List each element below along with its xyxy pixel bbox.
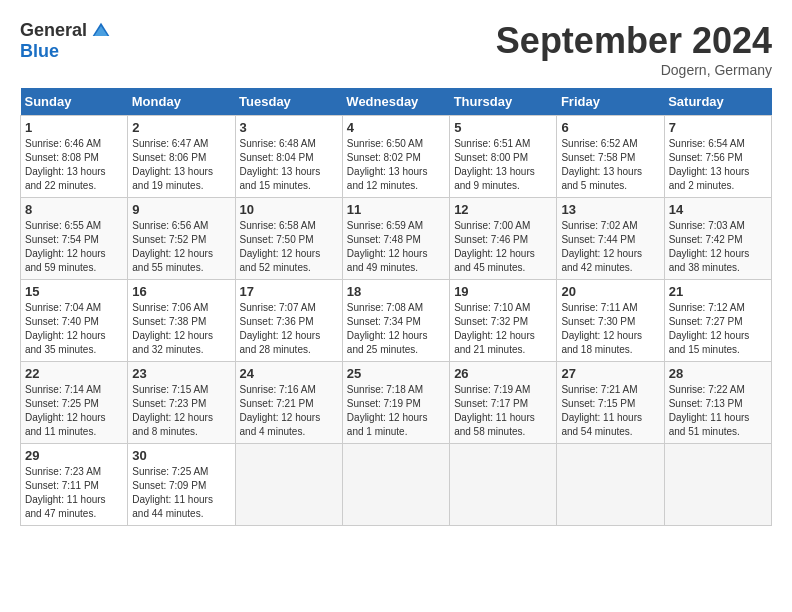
day-info: Sunrise: 7:12 AM Sunset: 7:27 PM Dayligh… xyxy=(669,301,767,357)
calendar-cell: 9Sunrise: 6:56 AM Sunset: 7:52 PM Daylig… xyxy=(128,198,235,280)
calendar-cell: 11Sunrise: 6:59 AM Sunset: 7:48 PM Dayli… xyxy=(342,198,449,280)
calendar-cell xyxy=(235,444,342,526)
day-info: Sunrise: 7:15 AM Sunset: 7:23 PM Dayligh… xyxy=(132,383,230,439)
day-info: Sunrise: 6:51 AM Sunset: 8:00 PM Dayligh… xyxy=(454,137,552,193)
calendar-cell: 10Sunrise: 6:58 AM Sunset: 7:50 PM Dayli… xyxy=(235,198,342,280)
calendar-cell xyxy=(557,444,664,526)
day-info: Sunrise: 7:06 AM Sunset: 7:38 PM Dayligh… xyxy=(132,301,230,357)
day-number: 30 xyxy=(132,448,230,463)
day-info: Sunrise: 7:19 AM Sunset: 7:17 PM Dayligh… xyxy=(454,383,552,439)
calendar-cell xyxy=(450,444,557,526)
day-number: 7 xyxy=(669,120,767,135)
day-number: 16 xyxy=(132,284,230,299)
calendar-cell: 26Sunrise: 7:19 AM Sunset: 7:17 PM Dayli… xyxy=(450,362,557,444)
calendar-cell: 7Sunrise: 6:54 AM Sunset: 7:56 PM Daylig… xyxy=(664,116,771,198)
day-info: Sunrise: 7:22 AM Sunset: 7:13 PM Dayligh… xyxy=(669,383,767,439)
day-info: Sunrise: 7:03 AM Sunset: 7:42 PM Dayligh… xyxy=(669,219,767,275)
calendar-cell: 27Sunrise: 7:21 AM Sunset: 7:15 PM Dayli… xyxy=(557,362,664,444)
col-wednesday: Wednesday xyxy=(342,88,449,116)
calendar-cell: 14Sunrise: 7:03 AM Sunset: 7:42 PM Dayli… xyxy=(664,198,771,280)
day-info: Sunrise: 6:47 AM Sunset: 8:06 PM Dayligh… xyxy=(132,137,230,193)
day-info: Sunrise: 7:02 AM Sunset: 7:44 PM Dayligh… xyxy=(561,219,659,275)
day-number: 5 xyxy=(454,120,552,135)
day-info: Sunrise: 6:50 AM Sunset: 8:02 PM Dayligh… xyxy=(347,137,445,193)
calendar-cell: 12Sunrise: 7:00 AM Sunset: 7:46 PM Dayli… xyxy=(450,198,557,280)
day-number: 9 xyxy=(132,202,230,217)
day-info: Sunrise: 7:00 AM Sunset: 7:46 PM Dayligh… xyxy=(454,219,552,275)
day-number: 26 xyxy=(454,366,552,381)
day-number: 22 xyxy=(25,366,123,381)
calendar-cell: 20Sunrise: 7:11 AM Sunset: 7:30 PM Dayli… xyxy=(557,280,664,362)
col-friday: Friday xyxy=(557,88,664,116)
calendar-cell: 21Sunrise: 7:12 AM Sunset: 7:27 PM Dayli… xyxy=(664,280,771,362)
day-info: Sunrise: 7:18 AM Sunset: 7:19 PM Dayligh… xyxy=(347,383,445,439)
day-info: Sunrise: 6:46 AM Sunset: 8:08 PM Dayligh… xyxy=(25,137,123,193)
calendar-cell: 1Sunrise: 6:46 AM Sunset: 8:08 PM Daylig… xyxy=(21,116,128,198)
logo-blue-text: Blue xyxy=(20,41,59,62)
day-number: 24 xyxy=(240,366,338,381)
calendar-cell: 4Sunrise: 6:50 AM Sunset: 8:02 PM Daylig… xyxy=(342,116,449,198)
col-monday: Monday xyxy=(128,88,235,116)
calendar-cell: 30Sunrise: 7:25 AM Sunset: 7:09 PM Dayli… xyxy=(128,444,235,526)
day-info: Sunrise: 7:04 AM Sunset: 7:40 PM Dayligh… xyxy=(25,301,123,357)
day-number: 1 xyxy=(25,120,123,135)
day-number: 3 xyxy=(240,120,338,135)
page-header: General Blue September 2024 Dogern, Germ… xyxy=(20,20,772,78)
day-number: 15 xyxy=(25,284,123,299)
day-info: Sunrise: 6:54 AM Sunset: 7:56 PM Dayligh… xyxy=(669,137,767,193)
calendar-week-3: 15Sunrise: 7:04 AM Sunset: 7:40 PM Dayli… xyxy=(21,280,772,362)
day-info: Sunrise: 7:21 AM Sunset: 7:15 PM Dayligh… xyxy=(561,383,659,439)
calendar-cell: 2Sunrise: 6:47 AM Sunset: 8:06 PM Daylig… xyxy=(128,116,235,198)
header-row: Sunday Monday Tuesday Wednesday Thursday… xyxy=(21,88,772,116)
day-number: 27 xyxy=(561,366,659,381)
day-number: 29 xyxy=(25,448,123,463)
calendar-cell: 23Sunrise: 7:15 AM Sunset: 7:23 PM Dayli… xyxy=(128,362,235,444)
calendar-cell: 24Sunrise: 7:16 AM Sunset: 7:21 PM Dayli… xyxy=(235,362,342,444)
calendar-cell: 19Sunrise: 7:10 AM Sunset: 7:32 PM Dayli… xyxy=(450,280,557,362)
location: Dogern, Germany xyxy=(496,62,772,78)
day-number: 28 xyxy=(669,366,767,381)
day-info: Sunrise: 6:59 AM Sunset: 7:48 PM Dayligh… xyxy=(347,219,445,275)
day-info: Sunrise: 7:14 AM Sunset: 7:25 PM Dayligh… xyxy=(25,383,123,439)
day-info: Sunrise: 7:10 AM Sunset: 7:32 PM Dayligh… xyxy=(454,301,552,357)
day-info: Sunrise: 7:23 AM Sunset: 7:11 PM Dayligh… xyxy=(25,465,123,521)
calendar-cell: 8Sunrise: 6:55 AM Sunset: 7:54 PM Daylig… xyxy=(21,198,128,280)
day-info: Sunrise: 6:48 AM Sunset: 8:04 PM Dayligh… xyxy=(240,137,338,193)
day-number: 20 xyxy=(561,284,659,299)
title-block: September 2024 Dogern, Germany xyxy=(496,20,772,78)
day-number: 13 xyxy=(561,202,659,217)
day-info: Sunrise: 7:16 AM Sunset: 7:21 PM Dayligh… xyxy=(240,383,338,439)
calendar-cell: 28Sunrise: 7:22 AM Sunset: 7:13 PM Dayli… xyxy=(664,362,771,444)
day-number: 25 xyxy=(347,366,445,381)
day-number: 8 xyxy=(25,202,123,217)
day-number: 17 xyxy=(240,284,338,299)
calendar-week-1: 1Sunrise: 6:46 AM Sunset: 8:08 PM Daylig… xyxy=(21,116,772,198)
day-info: Sunrise: 7:08 AM Sunset: 7:34 PM Dayligh… xyxy=(347,301,445,357)
day-info: Sunrise: 6:56 AM Sunset: 7:52 PM Dayligh… xyxy=(132,219,230,275)
calendar-cell: 18Sunrise: 7:08 AM Sunset: 7:34 PM Dayli… xyxy=(342,280,449,362)
calendar-cell: 29Sunrise: 7:23 AM Sunset: 7:11 PM Dayli… xyxy=(21,444,128,526)
calendar-cell xyxy=(664,444,771,526)
calendar-table: Sunday Monday Tuesday Wednesday Thursday… xyxy=(20,88,772,526)
calendar-cell: 22Sunrise: 7:14 AM Sunset: 7:25 PM Dayli… xyxy=(21,362,128,444)
day-number: 14 xyxy=(669,202,767,217)
calendar-cell: 17Sunrise: 7:07 AM Sunset: 7:36 PM Dayli… xyxy=(235,280,342,362)
day-number: 19 xyxy=(454,284,552,299)
day-info: Sunrise: 7:25 AM Sunset: 7:09 PM Dayligh… xyxy=(132,465,230,521)
logo-icon xyxy=(91,21,111,41)
col-tuesday: Tuesday xyxy=(235,88,342,116)
day-info: Sunrise: 6:58 AM Sunset: 7:50 PM Dayligh… xyxy=(240,219,338,275)
calendar-cell: 25Sunrise: 7:18 AM Sunset: 7:19 PM Dayli… xyxy=(342,362,449,444)
day-number: 21 xyxy=(669,284,767,299)
calendar-cell xyxy=(342,444,449,526)
logo: General Blue xyxy=(20,20,111,62)
logo-general-text: General xyxy=(20,20,87,41)
calendar-cell: 13Sunrise: 7:02 AM Sunset: 7:44 PM Dayli… xyxy=(557,198,664,280)
calendar-week-2: 8Sunrise: 6:55 AM Sunset: 7:54 PM Daylig… xyxy=(21,198,772,280)
day-number: 10 xyxy=(240,202,338,217)
day-info: Sunrise: 6:55 AM Sunset: 7:54 PM Dayligh… xyxy=(25,219,123,275)
calendar-week-5: 29Sunrise: 7:23 AM Sunset: 7:11 PM Dayli… xyxy=(21,444,772,526)
col-sunday: Sunday xyxy=(21,88,128,116)
month-title: September 2024 xyxy=(496,20,772,62)
day-number: 23 xyxy=(132,366,230,381)
